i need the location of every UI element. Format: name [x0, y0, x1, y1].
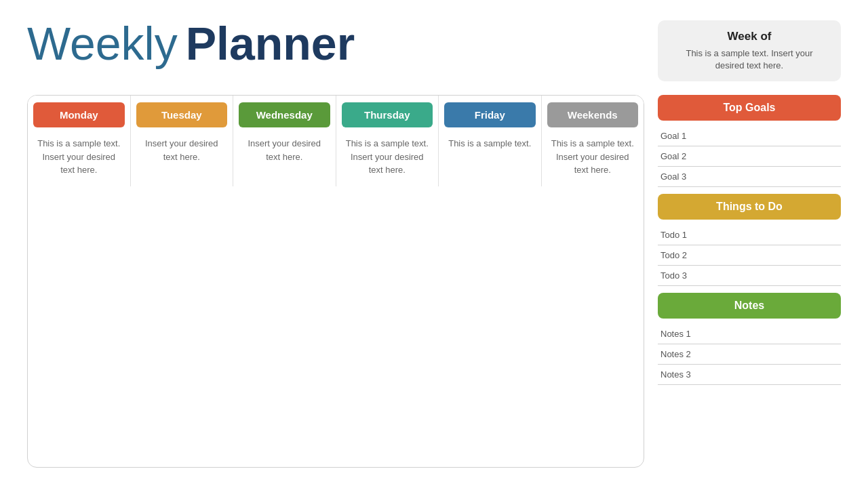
- notes-header: Notes: [658, 293, 841, 319]
- day-col-friday: FridayThis is a sample text.: [439, 96, 542, 186]
- day-col-thursday: ThursdayThis is a sample text. Insert yo…: [336, 96, 439, 186]
- week-of-box: Week of This is a sample text. Insert yo…: [658, 20, 841, 81]
- week-of-label: Week of: [728, 30, 772, 43]
- things-to-do-section: Things to Do Todo 1Todo 2Todo 3: [658, 194, 841, 286]
- day-col-tuesday: TuesdayInsert your desired text here.: [131, 96, 234, 186]
- list-item: Notes 3: [658, 365, 841, 385]
- day-label-friday: Friday: [444, 102, 536, 127]
- top-goals-header: Top Goals: [658, 95, 841, 121]
- day-col-weekends: WeekendsThis is a sample text. Insert yo…: [542, 96, 644, 186]
- day-content-monday: This is a sample text. Insert your desir…: [28, 127, 130, 186]
- list-item: Goal 3: [658, 167, 841, 187]
- top-goals-list: Goal 1Goal 2Goal 3: [658, 126, 841, 187]
- day-content-weekends: This is a sample text. Insert your desir…: [542, 127, 644, 186]
- day-label-thursday: Thursday: [342, 102, 433, 127]
- day-label-weekends: Weekends: [547, 102, 639, 127]
- list-item: Notes 1: [658, 324, 841, 344]
- list-item: Todo 3: [658, 266, 841, 286]
- planner-grid: MondayThis is a sample text. Insert your…: [27, 95, 644, 468]
- title-planner: Planner: [186, 20, 355, 66]
- list-item: Todo 2: [658, 245, 841, 266]
- list-item: Goal 1: [658, 126, 841, 146]
- day-content-wednesday: Insert your desired text here.: [233, 127, 336, 186]
- right-sidebar: Top Goals Goal 1Goal 2Goal 3 Things to D…: [658, 95, 841, 468]
- day-label-monday: Monday: [33, 102, 125, 127]
- days-header: MondayThis is a sample text. Insert your…: [28, 96, 644, 186]
- day-col-monday: MondayThis is a sample text. Insert your…: [28, 96, 131, 186]
- list-item: Notes 2: [658, 344, 841, 365]
- page: Weekly Planner Week of This is a sample …: [0, 0, 868, 488]
- title-block: Weekly Planner: [27, 20, 355, 66]
- day-content-thursday: This is a sample text. Insert your desir…: [336, 127, 439, 186]
- notes-list: Notes 1Notes 2Notes 3: [658, 324, 841, 385]
- things-to-do-list: Todo 1Todo 2Todo 3: [658, 225, 841, 286]
- list-item: Todo 1: [658, 225, 841, 245]
- day-content-friday: This is a sample text.: [439, 127, 541, 186]
- things-to-do-header: Things to Do: [658, 194, 841, 220]
- header-row: Weekly Planner Week of This is a sample …: [27, 20, 841, 81]
- day-col-wednesday: WednesdayInsert your desired text here.: [233, 96, 336, 186]
- top-goals-section: Top Goals Goal 1Goal 2Goal 3: [658, 95, 841, 187]
- day-content-tuesday: Insert your desired text here.: [131, 127, 233, 186]
- title-weekly: Weekly: [27, 20, 178, 66]
- day-label-wednesday: Wednesday: [239, 102, 330, 127]
- week-of-text: This is a sample text. Insert your desir…: [671, 47, 827, 72]
- day-label-tuesday: Tuesday: [136, 102, 228, 127]
- notes-section: Notes Notes 1Notes 2Notes 3: [658, 293, 841, 385]
- list-item: Goal 2: [658, 146, 841, 167]
- main-row: MondayThis is a sample text. Insert your…: [27, 95, 841, 468]
